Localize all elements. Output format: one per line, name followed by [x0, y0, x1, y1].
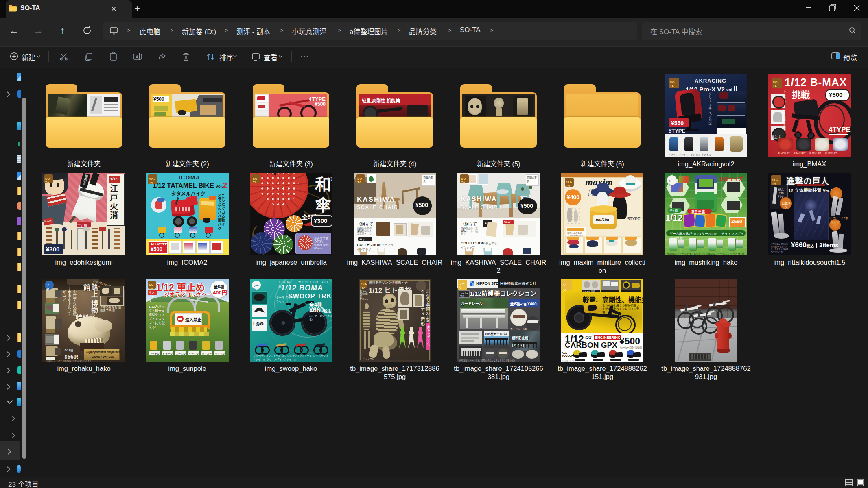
- svg-text:A: A: [136, 54, 139, 59]
